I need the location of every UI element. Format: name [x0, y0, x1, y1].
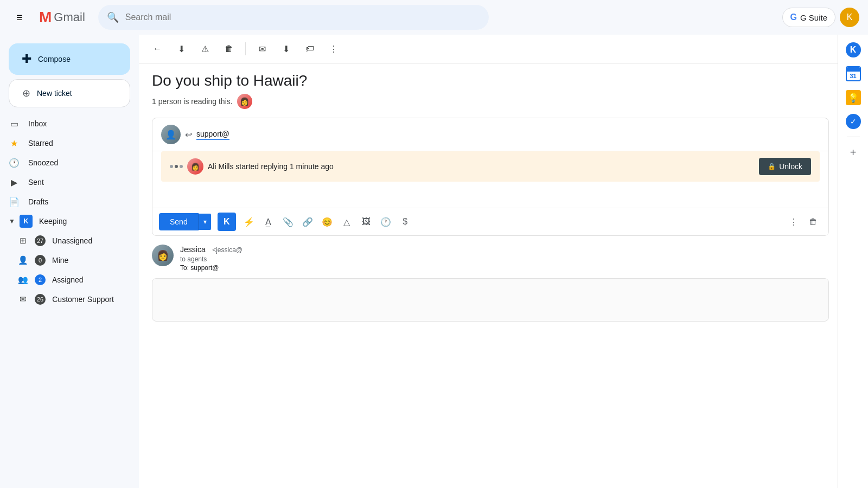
- to-address: To: support@: [180, 264, 219, 272]
- bolt-button[interactable]: ⚡: [240, 213, 258, 230]
- assigned-icon: 👥: [17, 275, 28, 285]
- reply-icon: ↩: [185, 130, 192, 140]
- to-label: to agents: [180, 255, 207, 263]
- schedule-button[interactable]: 🕐: [377, 213, 394, 230]
- mark-read-button[interactable]: ✉: [252, 39, 272, 59]
- lock-icon: 🔒: [768, 163, 776, 170]
- avatar[interactable]: K: [840, 8, 859, 27]
- keeping-panel-button[interactable]: K: [843, 39, 864, 61]
- sidebar-sub-label: Unassigned: [52, 236, 92, 245]
- keeping-k-label: K: [850, 45, 857, 55]
- sidebar-item-starred[interactable]: ★ Starred: [0, 133, 130, 153]
- label-button[interactable]: 🏷: [300, 39, 320, 59]
- email-subject: Do you ship to Hawaii?: [152, 72, 829, 89]
- sidebar-item-label: Snoozed: [28, 158, 122, 167]
- send-dropdown-button[interactable]: ▾: [199, 214, 211, 230]
- new-ticket-button[interactable]: ⊕ New ticket: [9, 79, 130, 107]
- lightbulb-icon: 💡: [846, 90, 861, 105]
- gsuite-area: G G Suite K: [782, 8, 859, 27]
- archive-button[interactable]: ⬇: [171, 39, 191, 59]
- move-to-button[interactable]: ⬇: [276, 39, 296, 59]
- sidebar-item-customer-support[interactable]: ✉ 26 Customer Support: [0, 290, 130, 309]
- currency-button[interactable]: $: [397, 213, 414, 230]
- add-panel-button[interactable]: +: [843, 142, 864, 163]
- unassigned-badge: 27: [35, 235, 46, 246]
- message-sender-avatar: 👩: [152, 245, 174, 266]
- calendar-icon: 31: [846, 66, 861, 81]
- search-input[interactable]: [125, 12, 480, 22]
- hamburger-icon: ☰: [16, 14, 23, 22]
- reply-to-address[interactable]: support@: [196, 130, 229, 140]
- sender-email: <jessica@: [212, 246, 242, 254]
- attach-button[interactable]: 📎: [279, 213, 297, 230]
- send-button[interactable]: Send: [159, 213, 199, 230]
- link-button[interactable]: 🔗: [299, 213, 316, 230]
- snoozed-icon: 🕐: [9, 158, 20, 168]
- report-spam-button[interactable]: ⚠: [195, 39, 215, 59]
- reply-header: 👤 ↩ support@: [152, 118, 828, 151]
- right-panel-divider: [847, 137, 860, 137]
- sender-name: Jessica: [180, 245, 206, 254]
- sidebar-item-unassigned[interactable]: ⊞ 27 Unassigned: [0, 231, 130, 251]
- keeping-compose-button[interactable]: K: [218, 213, 236, 231]
- keeping-header[interactable]: ▼ K Keeping: [0, 211, 139, 231]
- new-ticket-label: New ticket: [37, 89, 72, 98]
- gmail-m-icon: M: [39, 9, 52, 26]
- reading-avatar: 👩: [237, 94, 252, 109]
- new-ticket-plus-icon: ⊕: [22, 87, 30, 99]
- back-button[interactable]: ←: [148, 39, 167, 59]
- calendar-button[interactable]: 31: [843, 63, 864, 85]
- delete-button[interactable]: 🗑: [219, 39, 239, 59]
- format-button[interactable]: A̲: [260, 213, 277, 230]
- reply-to-field: support@: [196, 130, 820, 140]
- message-sender-line: Jessica <jessica@: [180, 245, 829, 254]
- agent-typing: 👩 Ali Mills started replying 1 minute ag…: [170, 158, 752, 175]
- starred-icon: ★: [9, 138, 20, 149]
- sidebar-item-inbox[interactable]: ▭ Inbox: [0, 114, 130, 133]
- main-layout: ✚ Compose ⊕ New ticket ▭ Inbox ★ Starred…: [0, 35, 868, 488]
- inbox-icon: ▭: [9, 119, 20, 129]
- sidebar-item-drafts[interactable]: 📄 Drafts: [0, 192, 130, 211]
- unlock-banner: 👩 Ali Mills started replying 1 minute ag…: [161, 151, 820, 182]
- sidebar-item-assigned[interactable]: 👥 2 Assigned: [0, 270, 130, 290]
- topbar: ☰ M Gmail 🔍 G G Suite K: [0, 0, 868, 35]
- content-area: ← ⬇ ⚠ 🗑 ✉ ⬇ 🏷 ⋮ Do you ship to Hawaii? 1…: [139, 35, 868, 488]
- message-to-line: to agents: [180, 255, 829, 263]
- gmail-logo: M Gmail: [39, 9, 85, 26]
- gmail-text: Gmail: [54, 10, 85, 24]
- toolbar-divider: [245, 42, 246, 55]
- hamburger-button[interactable]: ☰: [9, 7, 30, 28]
- tasks-button[interactable]: ✓: [843, 111, 864, 132]
- sidebar-item-label: Drafts: [28, 197, 122, 206]
- discard-button[interactable]: 🗑: [805, 213, 822, 230]
- emoji-button[interactable]: 😊: [318, 213, 336, 230]
- check-icon: ✓: [846, 114, 861, 129]
- assigned-badge: 2: [35, 274, 46, 285]
- cal-body: 31: [847, 72, 860, 80]
- plus-icon: +: [850, 146, 857, 159]
- calendar-date: 31: [850, 73, 856, 79]
- right-panel: K 31 💡 ✓ +: [838, 35, 868, 488]
- typing-dot-1: [170, 165, 173, 168]
- sidebar-item-sent[interactable]: ▶ Sent: [0, 172, 130, 192]
- unassigned-icon: ⊞: [17, 236, 28, 246]
- mine-badge: 0: [35, 255, 46, 266]
- reading-notice: 1 person is reading this. 👩: [152, 94, 829, 109]
- message-info: Jessica <jessica@ to agents To: support@: [180, 245, 829, 272]
- avatar-initial: K: [847, 12, 853, 22]
- sidebar-item-mine[interactable]: 👤 0 Mine: [0, 251, 130, 270]
- gsuite-button[interactable]: G G Suite: [782, 8, 835, 27]
- sidebar-item-snoozed[interactable]: 🕐 Snoozed: [0, 153, 130, 172]
- drive-button[interactable]: △: [338, 213, 355, 230]
- typing-dot-3: [180, 165, 183, 168]
- lightbulb-button[interactable]: 💡: [843, 87, 864, 108]
- more-button[interactable]: ⋮: [324, 39, 343, 59]
- compose-button[interactable]: ✚ Compose: [9, 43, 130, 75]
- reply-compose-body[interactable]: [152, 186, 828, 208]
- more-options-button[interactable]: ⋮: [785, 213, 802, 230]
- typing-avatar: 👩: [187, 158, 203, 175]
- reply-toolbar: Send ▾ K ⚡ A̲ 📎 🔗 😊 △ 🖼 🕐 $: [152, 208, 828, 235]
- photo-button[interactable]: 🖼: [358, 213, 375, 230]
- unlock-button[interactable]: 🔒 Unlock: [759, 158, 811, 175]
- sent-icon: ▶: [9, 177, 20, 188]
